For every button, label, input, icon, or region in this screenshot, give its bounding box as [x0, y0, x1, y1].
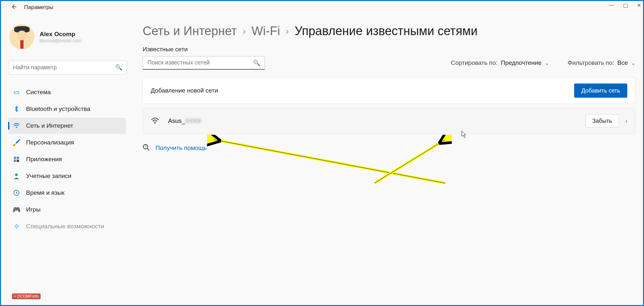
chevron-right-icon: › — [243, 26, 246, 36]
sidebar-item-personalization[interactable]: 🖌️ Персонализация — [8, 134, 126, 151]
svg-rect-1 — [14, 157, 16, 159]
svg-point-5 — [15, 173, 18, 176]
sidebar: Alex Ocomp blurred@email.com 🔍 ▭ Система… — [1, 11, 130, 305]
cursor-icon — [461, 131, 467, 138]
close-button[interactable]: ✕ — [637, 2, 641, 8]
main-content: Сеть и Интернет › Wi-Fi › Управление изв… — [130, 11, 643, 305]
window-title: Параметры — [24, 4, 53, 11]
network-name: Asus_XXXX — [168, 117, 202, 124]
sidebar-item-accounts[interactable]: Учетные записи — [8, 168, 126, 184]
svg-rect-4 — [17, 160, 19, 162]
sidebar-item-gaming[interactable]: 🎮 Игры — [8, 202, 126, 218]
sidebar-item-label: Приложения — [26, 156, 62, 163]
known-toolbar: 🔍 Сортировать по: Предпочтение ⌄ Фильтро… — [143, 56, 635, 70]
maximize-button[interactable]: ▢ — [623, 2, 628, 8]
filter-label: Фильтровать по: — [568, 59, 614, 66]
avatar — [9, 24, 34, 49]
sidebar-item-label: Система — [26, 89, 51, 96]
sidebar-item-system[interactable]: ▭ Система — [8, 84, 126, 100]
add-network-label: Добавление новой сети — [151, 87, 218, 94]
svg-rect-3 — [14, 160, 16, 162]
window-controls: — ▢ ✕ — [609, 2, 641, 8]
sidebar-item-accessibility[interactable]: ✲ Специальные возможности — [8, 218, 126, 234]
sidebar-item-network[interactable]: Сеть и Интернет — [8, 118, 126, 134]
titlebar: Параметры — ▢ ✕ — [1, 1, 643, 11]
help-row: ? Получить помощь — [143, 144, 635, 152]
breadcrumb: Сеть и Интернет › Wi-Fi › Управление изв… — [143, 24, 635, 38]
search-icon: 🔍 — [253, 59, 260, 66]
chevron-down-icon: ⌄ — [631, 60, 635, 66]
breadcrumb-link[interactable]: Wi-Fi — [251, 24, 280, 38]
network-row[interactable]: Asus_XXXX Забыть › — [143, 108, 635, 134]
breadcrumb-link[interactable]: Сеть и Интернет — [143, 24, 237, 38]
sidebar-item-label: Время и язык — [26, 189, 64, 196]
user-panel[interactable]: Alex Ocomp blurred@email.com — [8, 24, 126, 49]
filter-dropdown[interactable]: Фильтровать по: Все ⌄ — [568, 59, 635, 66]
sidebar-item-label: Сеть и Интернет — [26, 122, 73, 129]
search-input[interactable] — [13, 64, 115, 71]
svg-point-7 — [155, 123, 156, 124]
chevron-right-icon: › — [286, 26, 289, 36]
add-network-button[interactable]: Добавить сеть — [574, 84, 627, 98]
sort-value: Предпочтение — [501, 59, 542, 66]
sidebar-item-time[interactable]: Время и язык — [8, 185, 126, 201]
sidebar-item-label: Bluetooth и устройства — [26, 105, 90, 113]
known-search-input[interactable] — [147, 59, 253, 66]
chevron-down-icon: ⌄ — [545, 60, 549, 66]
known-search[interactable]: 🔍 — [143, 56, 265, 70]
display-icon: ▭ — [13, 88, 20, 96]
sidebar-item-label: Персонализация — [26, 139, 74, 146]
svg-point-0 — [16, 127, 17, 128]
user-name: Alex Ocomp — [40, 31, 81, 38]
search-icon: 🔍 — [115, 64, 122, 71]
apps-icon — [13, 155, 20, 163]
help-link[interactable]: Получить помощь — [156, 144, 207, 152]
sort-label: Сортировать по: — [451, 59, 497, 66]
sidebar-item-label: Игры — [26, 206, 41, 213]
svg-rect-2 — [17, 157, 19, 159]
add-network-card: Добавление новой сети Добавить сеть — [143, 77, 635, 104]
sidebar-search[interactable]: 🔍 — [8, 60, 127, 74]
watermark: + OCOMP.info — [12, 293, 41, 299]
sidebar-item-label: Учетные записи — [26, 173, 71, 180]
wifi-icon — [13, 122, 20, 130]
section-label: Известные сети — [143, 46, 635, 53]
sidebar-item-bluetooth[interactable]: Bluetooth и устройства — [8, 101, 126, 117]
help-icon: ? — [143, 144, 150, 152]
sidebar-item-apps[interactable]: Приложения — [8, 151, 126, 167]
brush-icon: 🖌️ — [13, 139, 20, 146]
minimize-button[interactable]: — — [609, 2, 614, 8]
back-button[interactable] — [9, 2, 18, 11]
sidebar-item-label: Специальные возможности — [26, 223, 104, 230]
person-icon — [13, 172, 20, 180]
nav: ▭ Система Bluetooth и устройства Сеть и … — [8, 84, 126, 234]
filter-value: Все — [617, 59, 628, 66]
forget-button[interactable]: Забыть — [585, 114, 619, 128]
sort-dropdown[interactable]: Сортировать по: Предпочтение ⌄ — [451, 59, 549, 66]
accessibility-icon: ✲ — [13, 222, 20, 230]
bluetooth-icon — [13, 105, 20, 113]
wifi-icon — [151, 117, 159, 125]
gamepad-icon: 🎮 — [13, 206, 20, 213]
user-email: blurred@email.com — [40, 38, 81, 43]
breadcrumb-current: Управление известными сетями — [295, 24, 478, 38]
chevron-right-icon[interactable]: › — [625, 118, 627, 124]
clock-icon — [13, 189, 20, 197]
svg-text:?: ? — [145, 145, 147, 149]
